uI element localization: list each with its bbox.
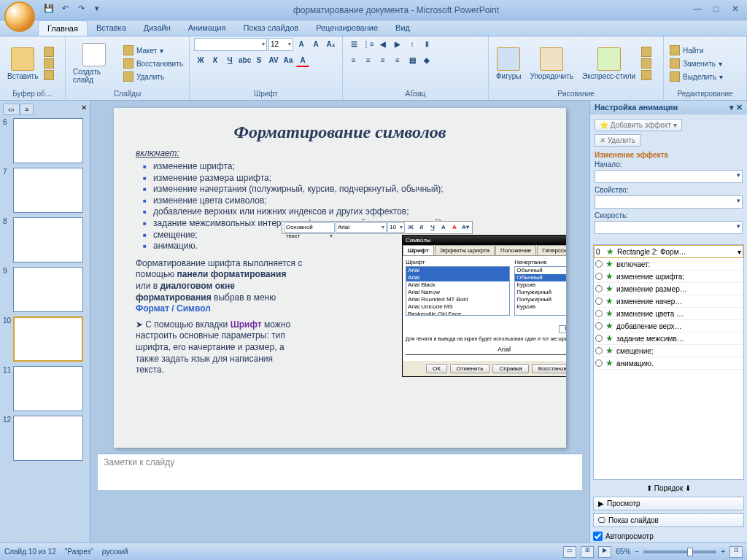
close-button[interactable]: ✕ xyxy=(727,4,744,17)
shadow-icon[interactable]: S xyxy=(252,54,266,67)
paste-button[interactable]: Вставить xyxy=(4,46,41,82)
italic-icon[interactable]: К xyxy=(209,54,222,67)
thumb-9[interactable] xyxy=(13,267,83,312)
grow-font-icon[interactable]: A xyxy=(295,38,308,51)
format-painter-icon[interactable] xyxy=(44,70,54,80)
slide[interactable]: Форматирование символов включает: измене… xyxy=(114,108,566,448)
numbering-icon[interactable]: ⋮≡ xyxy=(362,38,375,51)
group-font: Шрифт xyxy=(194,89,338,98)
tab-view[interactable]: Вид xyxy=(387,20,419,36)
language-select[interactable]: 🏴 Русский xyxy=(559,325,566,333)
shrink-font-icon[interactable]: A xyxy=(309,38,322,51)
slideshow-button[interactable]: 🖵 Показ слайдов xyxy=(593,513,744,527)
smartart-icon[interactable]: ◆ xyxy=(420,54,433,67)
tab-review[interactable]: Рецензирование xyxy=(307,20,387,36)
cut-icon[interactable] xyxy=(44,47,54,57)
qat-more-icon[interactable]: ▾ xyxy=(90,4,104,17)
shape-outline-icon[interactable] xyxy=(641,58,651,69)
reset-button[interactable]: Восстановить xyxy=(122,58,185,69)
thumb-11[interactable] xyxy=(13,366,83,411)
preview-button[interactable]: ▶ Просмотр xyxy=(593,497,744,510)
justify-icon[interactable]: ≡ xyxy=(391,54,404,67)
case-icon[interactable]: Aa xyxy=(282,54,295,67)
zoom-slider[interactable] xyxy=(643,551,716,553)
strike-icon[interactable]: abc xyxy=(238,54,251,67)
indent-inc-icon[interactable]: ▶ xyxy=(391,38,404,51)
shape-effects-icon[interactable] xyxy=(641,70,651,80)
tab-slideshow[interactable]: Показ слайдов xyxy=(234,20,307,36)
align-right-icon[interactable]: ≡ xyxy=(376,54,390,67)
spacing-icon[interactable]: AV xyxy=(267,54,280,67)
align-center-icon[interactable]: ≡ xyxy=(362,54,375,67)
columns-icon[interactable]: ▤ xyxy=(406,54,419,67)
office-button[interactable] xyxy=(4,1,35,32)
pane-menu-icon[interactable]: ▾ xyxy=(729,103,734,112)
zoom-in-icon[interactable]: + xyxy=(721,548,725,556)
clear-format-icon[interactable]: Aₓ xyxy=(324,38,337,51)
bold-icon[interactable]: Ж xyxy=(194,54,207,67)
zoom-out-icon[interactable]: − xyxy=(635,548,639,556)
normal-view-icon[interactable]: ▭ xyxy=(563,546,576,558)
add-effect-button[interactable]: ⭐ Добавить эффект ▾ xyxy=(595,119,682,131)
status-bar: Слайд 10 из 12 "Разрез" русский ▭ ⊞ ▶ 65… xyxy=(0,542,747,560)
theme-indicator: "Разрез" xyxy=(65,548,93,556)
slides-tab[interactable]: ▭ xyxy=(3,104,20,115)
redo-icon[interactable]: ↷ xyxy=(74,4,88,17)
speed-combo[interactable] xyxy=(595,221,743,234)
delete-slide-button[interactable]: Удалить xyxy=(122,71,185,82)
style-list[interactable]: Обычный Обычный Курсив Полужирный Полужи… xyxy=(514,266,566,316)
dialog-ok-button[interactable]: ОК xyxy=(426,364,447,373)
remove-effect-button[interactable]: ✕ Удалить xyxy=(595,134,640,147)
fit-view-icon[interactable]: ⊡ xyxy=(729,546,743,558)
dialog-help-button[interactable]: Справка xyxy=(492,364,528,373)
thumb-10[interactable] xyxy=(13,316,83,362)
bullets-icon[interactable]: ☰ xyxy=(347,38,360,51)
slideshow-view-icon[interactable]: ▶ xyxy=(598,546,611,558)
sorter-view-icon[interactable]: ⊞ xyxy=(581,546,594,558)
thumb-8[interactable] xyxy=(13,217,83,262)
autopreview-checkbox[interactable]: Автопросмотр xyxy=(590,530,747,542)
start-combo[interactable] xyxy=(595,170,743,183)
thumb-12[interactable] xyxy=(13,416,83,461)
tab-insert[interactable]: Вставка xyxy=(88,20,135,36)
dialog-cancel-button[interactable]: Отменить xyxy=(450,364,490,373)
underline-icon[interactable]: Ч xyxy=(223,54,236,67)
line-spacing-icon[interactable]: ↕ xyxy=(406,38,419,51)
zoom-level[interactable]: 65% xyxy=(616,548,630,556)
select-button[interactable]: Выделить ▾ xyxy=(668,71,724,82)
replace-button[interactable]: Заменить ▾ xyxy=(668,58,724,69)
tab-design[interactable]: Дизайн xyxy=(135,20,179,36)
font-list[interactable]: Arial Arial Arial Black Arial Narrow Ari… xyxy=(406,266,510,316)
copy-icon[interactable] xyxy=(44,58,54,69)
animation-list[interactable]: 0★Rectangle 2: Форм…▾ ★включает: ★измене… xyxy=(593,244,744,480)
tab-animation[interactable]: Анимация xyxy=(179,20,235,36)
undo-icon[interactable]: ↶ xyxy=(58,4,71,17)
font-color-icon[interactable]: A xyxy=(296,54,309,67)
shape-fill-icon[interactable] xyxy=(641,47,651,57)
quick-styles-button[interactable]: Экспресс-стили xyxy=(579,46,638,82)
save-icon[interactable]: 💾 xyxy=(42,4,55,17)
minimize-button[interactable]: — xyxy=(689,4,706,17)
notes-pane[interactable]: Заметки к слайду xyxy=(98,454,582,490)
new-slide-button[interactable]: Создать слайд xyxy=(70,42,119,85)
language-indicator[interactable]: русский xyxy=(102,548,128,556)
align-left-icon[interactable]: ≡ xyxy=(347,54,360,67)
tab-home[interactable]: Главная xyxy=(38,20,88,36)
layout-button[interactable]: Макет ▾ xyxy=(122,44,185,56)
shapes-button[interactable]: Фигуры xyxy=(493,46,524,82)
group-clipboard: Буфер об… xyxy=(4,89,61,98)
pane-close-icon[interactable]: ✕ xyxy=(736,103,743,112)
find-button[interactable]: Найти xyxy=(668,44,724,56)
outline-tab[interactable]: ≡ xyxy=(20,104,34,115)
font-size-combo[interactable]: 12 xyxy=(268,38,293,51)
maximize-button[interactable]: □ xyxy=(708,4,725,17)
font-family-combo[interactable] xyxy=(194,38,267,51)
indent-dec-icon[interactable]: ◀ xyxy=(376,38,390,51)
thumb-6[interactable] xyxy=(13,118,83,163)
text-direction-icon[interactable]: Ⅱ xyxy=(420,38,433,51)
thumb-7[interactable] xyxy=(13,168,83,213)
close-panel-icon[interactable]: ✕ xyxy=(81,104,87,115)
dialog-reset-button[interactable]: Восстановить xyxy=(532,364,566,373)
arrange-button[interactable]: Упорядочить xyxy=(527,46,576,82)
property-combo[interactable] xyxy=(595,195,743,209)
